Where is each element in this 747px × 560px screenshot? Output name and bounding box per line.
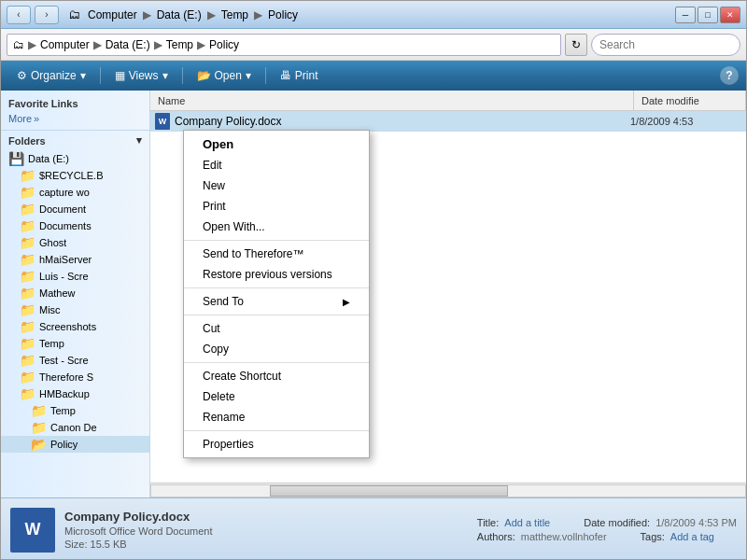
scroll-thumb[interactable] xyxy=(270,485,507,497)
col-header-name[interactable]: Name xyxy=(150,91,634,110)
ctx-rename[interactable]: Rename xyxy=(184,407,369,427)
breadcrumb-sep2: ▶ xyxy=(93,38,102,51)
ctx-open-with[interactable]: Open With... xyxy=(184,217,369,237)
ctx-sep1 xyxy=(184,240,369,241)
ctx-cut[interactable]: Cut xyxy=(184,318,369,339)
more-arrow: » xyxy=(34,113,39,124)
tree-item-canonde[interactable]: 📁 Canon De xyxy=(1,419,149,436)
tree-item-document[interactable]: 📁 Document xyxy=(1,201,149,217)
ctx-create-shortcut[interactable]: Create Shortcut xyxy=(184,366,369,386)
folder-icon-hmaiserver: 📁 xyxy=(20,252,35,267)
tree-item-temp1[interactable]: 📁 Temp xyxy=(1,335,149,352)
ctx-properties[interactable]: Properties xyxy=(184,434,369,455)
tree-item-therefore[interactable]: 📁 Therefore S xyxy=(1,369,149,385)
title-value[interactable]: Add a title xyxy=(504,517,550,528)
tree-item-luis[interactable]: 📁 Luis - Scre xyxy=(1,268,149,285)
folder-tree: 💾 Data (E:) 📁 $RECYCLE.B 📁 capture wo 📁 … xyxy=(1,150,149,453)
close-button[interactable]: ✕ xyxy=(720,7,740,23)
status-bar: W Company Policy.docx Microsoft Office W… xyxy=(1,497,746,560)
views-label: Views xyxy=(129,69,159,82)
refresh-button[interactable]: ↻ xyxy=(565,34,587,56)
ctx-print[interactable]: Print xyxy=(184,196,369,217)
ctx-open[interactable]: Open xyxy=(184,133,369,155)
ctx-send-therefore[interactable]: Send to Therefore™ xyxy=(184,244,369,264)
print-button[interactable]: 🖶 Print xyxy=(272,64,327,87)
horizontal-scrollbar[interactable] xyxy=(150,483,746,497)
toolbar-sep3 xyxy=(265,67,266,84)
title-bar: ‹ › 🗂 Computer ▶ Data (E:) ▶ Temp ▶ Poli… xyxy=(1,1,746,29)
minimize-button[interactable]: ─ xyxy=(675,7,696,23)
folders-label: Folders xyxy=(8,135,46,147)
tree-item-hmaiserver[interactable]: 📁 hMaiServer xyxy=(1,251,149,268)
tree-item-drive[interactable]: 💾 Data (E:) xyxy=(1,150,149,167)
folder-icon: 🗂 xyxy=(68,7,80,21)
tree-label-capture: capture wo xyxy=(39,187,90,198)
column-headers: Name Date modifie xyxy=(150,91,746,111)
toolbar-sep2 xyxy=(182,67,183,84)
ctx-sep2 xyxy=(184,287,369,288)
size-label: Size: xyxy=(64,539,87,550)
toolbar-sep1 xyxy=(100,67,101,84)
ctx-send-to[interactable]: Send To ▶ xyxy=(184,291,369,312)
folders-arrow: ▾ xyxy=(136,134,142,147)
meta-row-authors: Authors: matthew.vollnhofer Tags: Add a … xyxy=(477,531,737,542)
folder-icon-documents: 📁 xyxy=(20,218,35,233)
ctx-new[interactable]: New xyxy=(184,175,369,196)
tree-label-recycle: $RECYCLE.B xyxy=(39,170,103,181)
tree-item-recycle[interactable]: 📁 $RECYCLE.B xyxy=(1,167,149,184)
tree-item-ghost[interactable]: 📁 Ghost xyxy=(1,234,149,251)
folder-icon-misc: 📁 xyxy=(20,302,35,317)
tags-value[interactable]: Add a tag xyxy=(670,531,714,542)
tree-item-screenshots[interactable]: 📁 Screenshots xyxy=(1,318,149,335)
tree-label-temp1: Temp xyxy=(39,338,64,349)
tree-item-documents[interactable]: 📁 Documents xyxy=(1,217,149,234)
tree-label-document: Document xyxy=(39,203,86,215)
forward-button[interactable]: › xyxy=(35,6,59,24)
tree-item-temp2[interactable]: 📁 Temp xyxy=(1,402,149,419)
tree-label-temp2: Temp xyxy=(50,405,76,416)
tree-item-hmbackup[interactable]: 📁 HMBackup xyxy=(1,385,149,402)
breadcrumb-temp: Temp xyxy=(166,38,193,51)
organize-button[interactable]: ⚙ Organize ▾ xyxy=(8,64,94,87)
ctx-delete[interactable]: Delete xyxy=(184,386,369,407)
tree-item-capture[interactable]: 📁 capture wo xyxy=(1,184,149,201)
maximize-button[interactable]: □ xyxy=(698,7,718,23)
context-menu: Open Edit New Print Open With... Send to… xyxy=(183,130,370,458)
tree-item-mathew[interactable]: 📁 Mathew xyxy=(1,285,149,301)
views-icon: ▦ xyxy=(115,69,125,82)
open-button[interactable]: 📂 Open ▾ xyxy=(189,64,260,87)
title-label: Title: xyxy=(477,517,499,528)
path-computer: Computer xyxy=(88,8,137,21)
help-button[interactable]: ? xyxy=(720,66,739,85)
ctx-sep4 xyxy=(184,362,369,363)
address-path[interactable]: 🗂 ▶ Computer ▶ Data (E:) ▶ Temp ▶ Policy xyxy=(7,34,561,56)
tree-label-hmaiserver: hMaiServer xyxy=(39,254,92,265)
tree-item-misc[interactable]: 📁 Misc xyxy=(1,301,149,318)
tree-item-test[interactable]: 📁 Test - Scre xyxy=(1,352,149,369)
tree-item-policy[interactable]: 📂 Policy xyxy=(1,436,149,453)
authors-value: matthew.vollnhofer xyxy=(521,531,607,542)
tree-label-test: Test - Scre xyxy=(39,355,89,366)
status-details: Company Policy.docx Microsoft Office Wor… xyxy=(64,510,468,550)
file-item[interactable]: W Company Policy.docx 1/8/2009 4:53 xyxy=(150,111,746,132)
tree-label-misc: Misc xyxy=(39,304,61,315)
folder-icon-capture: 📁 xyxy=(20,185,35,200)
search-input[interactable] xyxy=(591,34,740,56)
back-button[interactable]: ‹ xyxy=(7,6,31,24)
folder-icon-mathew: 📁 xyxy=(20,286,35,301)
folder-icon-recycle: 📁 xyxy=(20,168,35,183)
folder-icon-document: 📁 xyxy=(20,202,35,217)
more-link[interactable]: More » xyxy=(1,111,149,126)
print-icon: 🖶 xyxy=(280,69,291,82)
ctx-edit[interactable]: Edit xyxy=(184,155,369,175)
views-button[interactable]: ▦ Views ▾ xyxy=(106,64,176,87)
organize-arrow: ▾ xyxy=(80,69,86,82)
ctx-sep5 xyxy=(184,430,369,431)
ctx-copy[interactable]: Copy xyxy=(184,339,369,359)
scroll-track[interactable] xyxy=(150,484,746,497)
folders-header[interactable]: Folders ▾ xyxy=(1,130,149,150)
col-header-date[interactable]: Date modifie xyxy=(634,91,746,110)
tree-label-documents: Documents xyxy=(39,220,92,231)
tree-label-therefore: Therefore S xyxy=(39,371,93,383)
ctx-restore[interactable]: Restore previous versions xyxy=(184,264,369,285)
